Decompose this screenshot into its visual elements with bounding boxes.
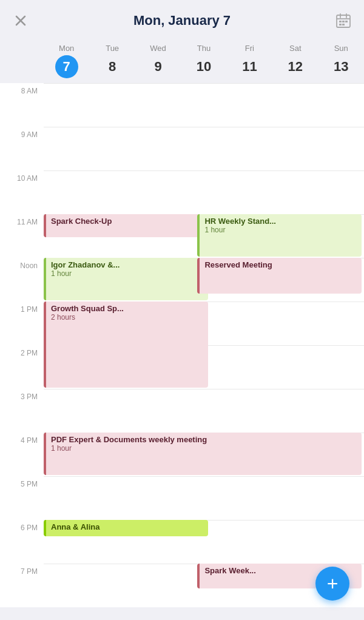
svg-rect-7 [342,21,345,22]
add-event-button[interactable]: + [315,567,349,601]
hour-content [44,476,364,520]
event-duration: 1 hour [51,269,203,278]
event-title: Spark Check-Up [51,217,203,226]
time-label: 3 PM [0,389,44,433]
event-title: Anna & Alina [51,522,203,531]
time-label: 4 PM [0,433,44,476]
event-title: HR Weekly Stand... [204,217,357,226]
time-label: 5 PM [0,476,44,520]
day-name: Fri [245,44,254,53]
event-block-anna-alina[interactable]: Anna & Alina [44,520,208,536]
day-column-mon[interactable]: Mon7 [44,44,89,78]
event-title: Growth Squad Sp... [51,304,203,313]
day-column-sat[interactable]: Sat12 [272,44,318,78]
event-block-hr-weekly[interactable]: HR Weekly Stand...1 hour [197,214,362,257]
day-name: Tue [106,44,119,53]
hour-row: 9 AM [0,127,364,170]
fab-label: + [327,573,339,595]
time-label: 6 PM [0,520,44,564]
time-label: 2 PM [0,345,44,389]
day-number[interactable]: 12 [284,55,307,78]
event-block-igor-zhadanov[interactable]: Igor Zhadanov &...1 hour [44,258,208,300]
day-number[interactable]: 10 [192,55,215,78]
svg-rect-6 [339,21,342,22]
hour-row: 3 PM [0,389,364,433]
time-label: 8 AM [0,83,44,127]
day-name: Mon [59,44,74,53]
svg-rect-8 [345,21,348,22]
hour-content [44,83,364,127]
day-number[interactable]: 11 [238,55,261,78]
event-block-growth-squad[interactable]: Growth Squad Sp...2 hours [44,302,208,388]
day-column-sun[interactable]: Sun13 [318,44,364,78]
event-block-reserved-meeting[interactable]: Reserved Meeting [197,258,362,294]
hour-content [44,389,364,433]
day-number[interactable]: 9 [147,55,170,78]
event-duration: 2 hours [51,313,203,322]
calendar-icon[interactable] [332,10,354,32]
hour-content [44,170,364,214]
day-name: Sun [334,44,348,53]
calendar-body: 8 AM9 AM10 AM11 AMNoon1 PM2 PM3 PM4 PM5 … [0,83,364,607]
time-label: 10 AM [0,170,44,214]
event-title: PDF Expert & Documents weekly meeting [51,435,357,444]
day-number[interactable]: 8 [101,55,124,78]
day-name: Sat [289,44,302,53]
hour-row: 10 AM [0,170,364,214]
day-column-thu[interactable]: Thu10 [181,44,226,78]
svg-rect-9 [339,24,342,25]
week-header: Mon7Tue8Wed9Thu10Fri11Sat12Sun13 [0,41,364,83]
time-label: Noon [0,258,44,302]
page-title: Mon, January 7 [133,13,231,29]
header: Mon, January 7 [0,0,364,41]
day-number[interactable]: 13 [329,55,352,78]
time-label: 1 PM [0,302,44,345]
close-button[interactable] [10,10,32,32]
time-label: 7 PM [0,564,44,607]
time-label: 9 AM [0,127,44,170]
hour-row: 8 AM [0,83,364,127]
day-name: Wed [150,44,166,53]
time-label: 11 AM [0,214,44,258]
hour-content [44,127,364,170]
hour-row: 5 PM [0,476,364,520]
day-column-tue[interactable]: Tue8 [89,44,135,78]
event-duration: 1 hour [51,444,357,453]
day-column-wed[interactable]: Wed9 [135,44,181,78]
event-block-pdf-expert[interactable]: PDF Expert & Documents weekly meeting1 h… [44,433,362,475]
day-name: Thu [197,44,211,53]
event-duration: 1 hour [204,226,357,234]
event-title: Reserved Meeting [204,260,357,269]
event-block-spark-checkup[interactable]: Spark Check-Up [44,214,208,237]
event-title: Igor Zhadanov &... [51,260,203,269]
svg-rect-10 [342,24,345,25]
day-column-fri[interactable]: Fri11 [227,44,272,78]
day-number[interactable]: 7 [55,55,78,78]
